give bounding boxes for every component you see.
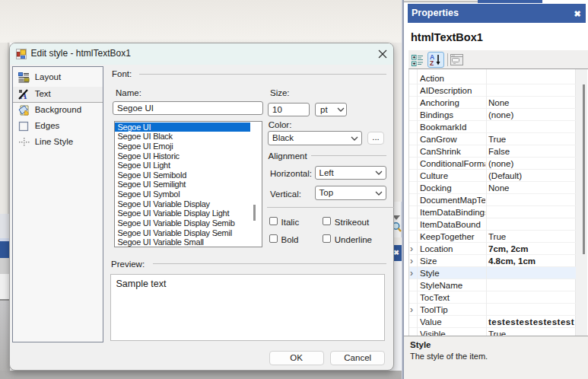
svg-text:Z: Z bbox=[430, 59, 434, 66]
